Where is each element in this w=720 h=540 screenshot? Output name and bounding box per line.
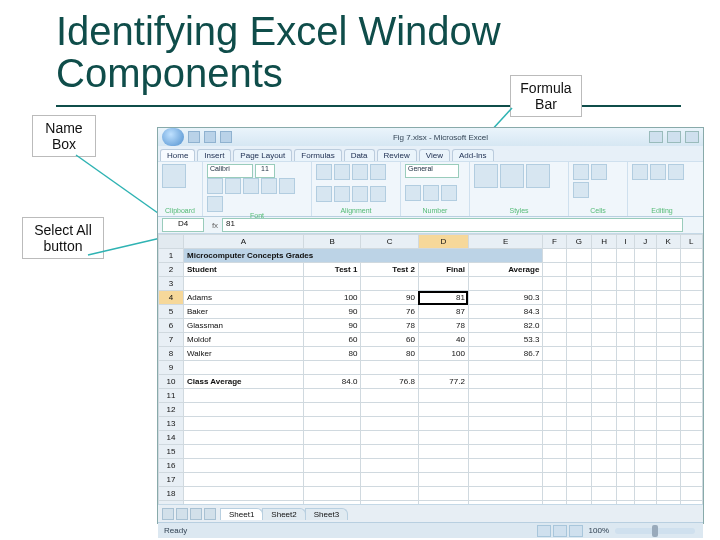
cell[interactable]: [361, 361, 419, 375]
cell[interactable]: [566, 305, 592, 319]
border-icon[interactable]: [261, 178, 277, 194]
redo-icon[interactable]: [220, 131, 232, 143]
insert-cells-icon[interactable]: [573, 164, 589, 180]
cell[interactable]: [656, 277, 680, 291]
cell[interactable]: [566, 487, 592, 501]
cell[interactable]: [656, 333, 680, 347]
cell[interactable]: [680, 389, 702, 403]
cell[interactable]: [543, 249, 566, 263]
cell[interactable]: [418, 417, 468, 431]
col-header[interactable]: C: [361, 235, 419, 249]
cell[interactable]: [592, 473, 617, 487]
row-header[interactable]: 5: [159, 305, 184, 319]
cell[interactable]: [468, 277, 543, 291]
cell[interactable]: [635, 487, 656, 501]
cell[interactable]: [617, 375, 635, 389]
cell[interactable]: [680, 249, 702, 263]
cell[interactable]: [468, 361, 543, 375]
col-header[interactable]: L: [680, 235, 702, 249]
cell[interactable]: [656, 487, 680, 501]
cell[interactable]: [680, 459, 702, 473]
cell[interactable]: [543, 347, 566, 361]
cell[interactable]: [361, 473, 419, 487]
cell[interactable]: [361, 445, 419, 459]
cell[interactable]: Test 1: [303, 263, 361, 277]
cell[interactable]: [680, 361, 702, 375]
number-format-select[interactable]: General: [405, 164, 459, 178]
cell[interactable]: Glassman: [184, 319, 304, 333]
cell[interactable]: [418, 389, 468, 403]
row-header[interactable]: 8: [159, 347, 184, 361]
cell[interactable]: [543, 445, 566, 459]
cell[interactable]: [543, 473, 566, 487]
underline-icon[interactable]: [243, 178, 259, 194]
cell[interactable]: [543, 501, 566, 505]
cell[interactable]: [617, 417, 635, 431]
ribbon-tab-formulas[interactable]: Formulas: [294, 149, 341, 161]
cell[interactable]: [361, 501, 419, 505]
worksheet-grid[interactable]: ABCDEFGHIJKL1Microcomputer Concepts Grad…: [158, 234, 703, 504]
cell[interactable]: [361, 487, 419, 501]
cell[interactable]: [656, 473, 680, 487]
cell[interactable]: [303, 389, 361, 403]
col-header[interactable]: F: [543, 235, 566, 249]
cell[interactable]: 100: [418, 347, 468, 361]
cell[interactable]: [468, 375, 543, 389]
cell[interactable]: [617, 361, 635, 375]
cell[interactable]: [543, 263, 566, 277]
cell[interactable]: 78: [361, 319, 419, 333]
cell[interactable]: [680, 431, 702, 445]
cell[interactable]: [303, 473, 361, 487]
cell[interactable]: [656, 431, 680, 445]
cell[interactable]: [617, 431, 635, 445]
cell[interactable]: [543, 389, 566, 403]
col-header[interactable]: J: [635, 235, 656, 249]
cell[interactable]: [418, 403, 468, 417]
row-header[interactable]: 1: [159, 249, 184, 263]
col-header[interactable]: I: [617, 235, 635, 249]
active-cell[interactable]: 81: [418, 291, 468, 305]
cell[interactable]: [468, 403, 543, 417]
row-header[interactable]: 13: [159, 417, 184, 431]
sheet-tab-sheet2[interactable]: Sheet2: [262, 508, 305, 520]
ribbon-tab-data[interactable]: Data: [344, 149, 375, 161]
formula-input[interactable]: 81: [222, 218, 683, 232]
cell[interactable]: [303, 431, 361, 445]
cell[interactable]: 84.0: [303, 375, 361, 389]
cell[interactable]: [635, 361, 656, 375]
row-header[interactable]: 14: [159, 431, 184, 445]
col-header[interactable]: G: [566, 235, 592, 249]
col-header[interactable]: A: [184, 235, 304, 249]
delete-cells-icon[interactable]: [591, 164, 607, 180]
font-size-select[interactable]: 11: [255, 164, 275, 178]
cell[interactable]: [617, 487, 635, 501]
cell[interactable]: 76: [361, 305, 419, 319]
cell[interactable]: 90: [361, 291, 419, 305]
autosum-icon[interactable]: [632, 164, 648, 180]
font-color-icon[interactable]: [207, 196, 223, 212]
name-box[interactable]: D4: [162, 218, 204, 232]
row-header[interactable]: 12: [159, 403, 184, 417]
cell[interactable]: [543, 319, 566, 333]
row-header[interactable]: 19: [159, 501, 184, 505]
sheet-tab-sheet1[interactable]: Sheet1: [220, 508, 263, 520]
cell[interactable]: [680, 473, 702, 487]
cell[interactable]: [566, 333, 592, 347]
cell[interactable]: [635, 333, 656, 347]
maximize-icon[interactable]: [667, 131, 681, 143]
cell[interactable]: [592, 263, 617, 277]
cell[interactable]: [566, 445, 592, 459]
align-left-icon[interactable]: [316, 186, 332, 202]
col-header[interactable]: H: [592, 235, 617, 249]
cell[interactable]: [566, 389, 592, 403]
cell[interactable]: [468, 431, 543, 445]
cell[interactable]: [656, 445, 680, 459]
cell[interactable]: [635, 319, 656, 333]
cell[interactable]: [656, 361, 680, 375]
cell[interactable]: [656, 305, 680, 319]
cell[interactable]: [592, 487, 617, 501]
bold-icon[interactable]: [207, 178, 223, 194]
save-icon[interactable]: [188, 131, 200, 143]
cell[interactable]: [680, 417, 702, 431]
cell[interactable]: [635, 389, 656, 403]
